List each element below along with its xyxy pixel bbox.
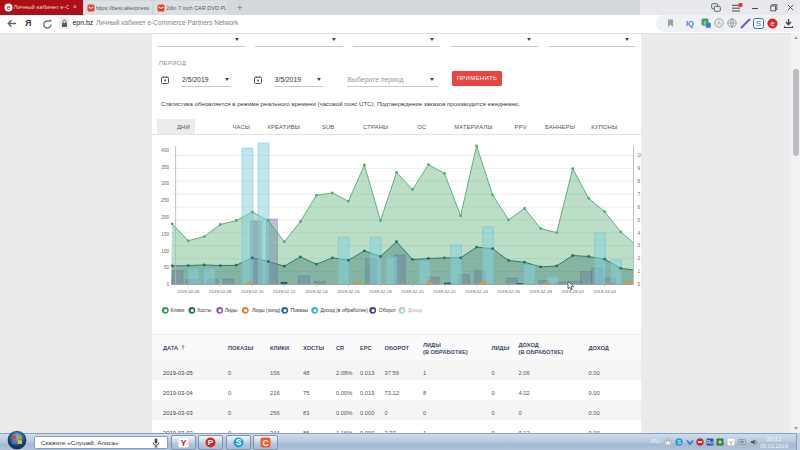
svg-text:A: A	[716, 20, 720, 26]
svg-text:Y: Y	[180, 437, 186, 447]
svg-text:3: 3	[638, 243, 641, 248]
svg-text:C: C	[262, 437, 268, 447]
svg-text:2019-02-14: 2019-02-14	[305, 289, 328, 294]
svg-text:50: 50	[164, 265, 170, 270]
svg-text:400: 400	[161, 148, 169, 153]
svg-text:2019-02-24: 2019-02-24	[465, 289, 488, 294]
svg-text:350: 350	[161, 165, 169, 170]
svg-text:150: 150	[161, 232, 169, 237]
svg-text:2019-02-06: 2019-02-06	[177, 289, 200, 294]
svg-text:1: 1	[638, 269, 641, 274]
svg-text:S: S	[235, 437, 241, 447]
svg-text:P: P	[207, 438, 213, 447]
svg-text:2019-02-26: 2019-02-26	[497, 289, 520, 294]
svg-text:S: S	[677, 439, 681, 445]
svg-text:200: 200	[161, 215, 169, 220]
svg-text:300: 300	[161, 181, 169, 186]
svg-text:4: 4	[638, 231, 641, 236]
svg-text:2: 2	[638, 256, 641, 261]
svg-text:2019-02-18: 2019-02-18	[369, 289, 392, 294]
svg-text:2019-02-16: 2019-02-16	[337, 289, 360, 294]
svg-text:2019-02-08: 2019-02-08	[209, 289, 232, 294]
svg-text:2019-02-28: 2019-02-28	[529, 289, 552, 294]
svg-text:2019-02-10: 2019-02-10	[241, 289, 264, 294]
svg-text:10: 10	[638, 153, 642, 158]
svg-text:7: 7	[638, 192, 641, 197]
svg-text:0: 0	[638, 282, 641, 287]
svg-text:e: e	[6, 4, 10, 11]
svg-text:250: 250	[161, 198, 169, 203]
svg-text:2019-02-20: 2019-02-20	[401, 289, 424, 294]
svg-text:100: 100	[161, 249, 169, 254]
svg-text:S: S	[756, 19, 761, 28]
svg-text:2019-02-12: 2019-02-12	[273, 289, 296, 294]
svg-text:e: e	[770, 19, 774, 28]
svg-text:6: 6	[638, 205, 641, 210]
svg-text:9: 9	[638, 166, 641, 171]
svg-text:5: 5	[638, 218, 641, 223]
svg-text:Ru: Ru	[707, 440, 713, 445]
svg-text:8: 8	[638, 179, 641, 184]
svg-text:0: 0	[166, 282, 169, 287]
svg-text:2019-03-04: 2019-03-04	[593, 289, 616, 294]
svg-text:2019-02-22: 2019-02-22	[433, 289, 456, 294]
svg-text:Y: Y	[729, 439, 733, 445]
